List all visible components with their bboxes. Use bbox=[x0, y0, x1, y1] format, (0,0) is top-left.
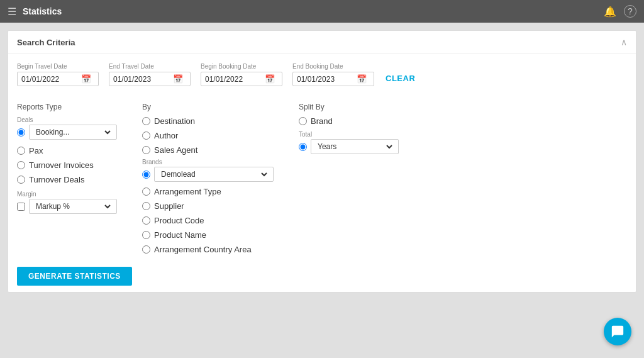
split-by-label: Split By bbox=[299, 103, 399, 111]
reports-type-radio-group: Pax Turnover Invoices Turnover Deals bbox=[17, 146, 117, 184]
author-label: Author bbox=[154, 131, 178, 140]
reports-section: Reports Type Deals Booking... bbox=[17, 96, 627, 260]
destination-radio-item[interactable]: Destination bbox=[142, 116, 274, 126]
end-travel-label: End Travel Date bbox=[109, 63, 191, 70]
search-criteria-body: Begin Travel Date 📅 End Travel Date 📅 Be… bbox=[8, 54, 636, 292]
sales-agent-radio[interactable] bbox=[142, 146, 150, 154]
brand-label: Brand bbox=[311, 116, 333, 126]
total-sublabel: Total bbox=[299, 131, 399, 138]
begin-travel-input-wrap[interactable]: 📅 bbox=[17, 72, 99, 86]
product-code-radio-item[interactable]: Product Code bbox=[142, 216, 274, 225]
author-radio[interactable] bbox=[142, 131, 150, 140]
years-dropdown-wrap[interactable]: Years bbox=[311, 139, 399, 154]
booking-dropdown[interactable]: Booking... bbox=[33, 127, 113, 137]
arrangement-type-label: Arrangement Type bbox=[154, 187, 221, 196]
brand-radio-item[interactable]: Brand bbox=[299, 116, 399, 126]
turnover-deals-radio[interactable] bbox=[17, 176, 25, 184]
end-booking-input[interactable] bbox=[297, 75, 357, 84]
begin-booking-calendar-icon[interactable]: 📅 bbox=[265, 74, 275, 84]
begin-travel-input[interactable] bbox=[21, 75, 81, 84]
topnav-left: ☰ Statistics bbox=[8, 6, 62, 18]
begin-booking-input[interactable] bbox=[205, 75, 265, 84]
booking-radio[interactable] bbox=[17, 128, 25, 137]
end-booking-group: End Booking Date 📅 bbox=[292, 63, 374, 86]
arrangement-type-radio-item[interactable]: Arrangement Type bbox=[142, 187, 274, 196]
pax-radio-item[interactable]: Pax bbox=[17, 146, 117, 155]
pax-radio[interactable] bbox=[17, 147, 25, 155]
years-dropdown[interactable]: Years bbox=[315, 142, 394, 152]
by-radio-group-2: Arrangement Type Supplier Product Code bbox=[142, 187, 274, 254]
sales-agent-radio-item[interactable]: Sales Agent bbox=[142, 145, 274, 155]
author-radio-item[interactable]: Author bbox=[142, 131, 274, 140]
supplier-label: Supplier bbox=[154, 201, 184, 211]
search-criteria-card: Search Criteria ∧ Begin Travel Date 📅 En… bbox=[8, 30, 636, 293]
markup-dropdown[interactable]: Markup % bbox=[33, 201, 113, 211]
end-travel-group: End Travel Date 📅 bbox=[109, 63, 191, 86]
arrangement-country-radio-item[interactable]: Arrangement Country Area bbox=[142, 245, 274, 254]
arrangement-country-label: Arrangement Country Area bbox=[154, 245, 252, 254]
notification-icon[interactable]: 🔔 bbox=[604, 6, 616, 18]
begin-travel-calendar-icon[interactable]: 📅 bbox=[81, 74, 91, 84]
help-icon[interactable]: ? bbox=[624, 5, 636, 18]
begin-booking-input-wrap[interactable]: 📅 bbox=[201, 72, 282, 86]
brand-radio[interactable] bbox=[299, 117, 307, 125]
destination-radio[interactable] bbox=[142, 117, 150, 125]
markup-row: Markup % bbox=[17, 199, 117, 214]
deals-row: Booking... bbox=[17, 125, 117, 140]
brands-sublabel: Brands bbox=[142, 159, 274, 165]
brands-row: Demolead bbox=[142, 167, 274, 182]
margin-sublabel: Margin bbox=[17, 191, 117, 198]
markup-checkbox[interactable] bbox=[17, 203, 25, 211]
years-radio[interactable] bbox=[299, 143, 307, 151]
main-content: Search Criteria ∧ Begin Travel Date 📅 En… bbox=[0, 23, 644, 300]
arrangement-type-radio[interactable] bbox=[142, 187, 150, 196]
end-booking-input-wrap[interactable]: 📅 bbox=[292, 72, 374, 86]
markup-dropdown-wrap[interactable]: Markup % bbox=[29, 199, 117, 214]
end-booking-calendar-icon[interactable]: 📅 bbox=[357, 74, 367, 84]
turnover-deals-radio-item[interactable]: Turnover Deals bbox=[17, 175, 117, 184]
brands-dropdown-wrap[interactable]: Demolead bbox=[154, 167, 274, 182]
by-radio-group: Destination Author Sales Agent bbox=[142, 116, 274, 155]
by-column: By Destination Author Sales Agent bbox=[142, 103, 274, 254]
product-name-radio-item[interactable]: Product Name bbox=[142, 230, 274, 240]
menu-icon[interactable]: ☰ bbox=[8, 6, 16, 18]
deals-sublabel: Deals bbox=[17, 116, 117, 123]
begin-booking-group: Begin Booking Date 📅 bbox=[201, 63, 282, 86]
pax-label: Pax bbox=[29, 146, 43, 155]
reports-type-column: Reports Type Deals Booking... bbox=[17, 103, 117, 254]
begin-booking-label: Begin Booking Date bbox=[201, 63, 282, 70]
sales-agent-label: Sales Agent bbox=[154, 145, 197, 155]
turnover-deals-label: Turnover Deals bbox=[29, 175, 84, 184]
turnover-invoices-radio[interactable] bbox=[17, 161, 25, 169]
date-row: Begin Travel Date 📅 End Travel Date 📅 Be… bbox=[17, 63, 627, 86]
begin-travel-label: Begin Travel Date bbox=[17, 63, 99, 70]
product-code-radio[interactable] bbox=[142, 216, 150, 225]
brands-radio[interactable] bbox=[142, 171, 150, 179]
by-label: By bbox=[142, 103, 274, 111]
reports-type-label: Reports Type bbox=[17, 103, 117, 111]
turnover-invoices-label: Turnover Invoices bbox=[29, 160, 94, 170]
topnav: ☰ Statistics 🔔 ? bbox=[0, 0, 644, 23]
product-code-label: Product Code bbox=[154, 216, 204, 225]
end-travel-input[interactable] bbox=[113, 75, 173, 84]
product-name-label: Product Name bbox=[154, 230, 206, 240]
begin-travel-group: Begin Travel Date 📅 bbox=[17, 63, 99, 86]
generate-statistics-button[interactable]: GENERATE STATISTICS bbox=[17, 267, 132, 286]
page-title: Statistics bbox=[23, 6, 62, 16]
clear-button[interactable]: CLEAR bbox=[384, 70, 416, 86]
supplier-radio[interactable] bbox=[142, 202, 150, 210]
collapse-icon[interactable]: ∧ bbox=[621, 37, 627, 47]
end-travel-input-wrap[interactable]: 📅 bbox=[109, 72, 191, 86]
booking-dropdown-wrap[interactable]: Booking... bbox=[29, 125, 117, 140]
destination-label: Destination bbox=[154, 116, 195, 126]
product-name-radio[interactable] bbox=[142, 231, 150, 239]
supplier-radio-item[interactable]: Supplier bbox=[142, 201, 274, 211]
card-header-title: Search Criteria bbox=[17, 38, 75, 47]
arrangement-country-radio[interactable] bbox=[142, 245, 150, 254]
split-by-column: Split By Brand Total Years bbox=[299, 103, 399, 254]
end-booking-label: End Booking Date bbox=[292, 63, 374, 70]
brands-dropdown[interactable]: Demolead bbox=[158, 169, 269, 179]
end-travel-calendar-icon[interactable]: 📅 bbox=[173, 74, 183, 84]
topnav-right: 🔔 ? bbox=[604, 5, 636, 18]
turnover-invoices-radio-item[interactable]: Turnover Invoices bbox=[17, 160, 117, 170]
